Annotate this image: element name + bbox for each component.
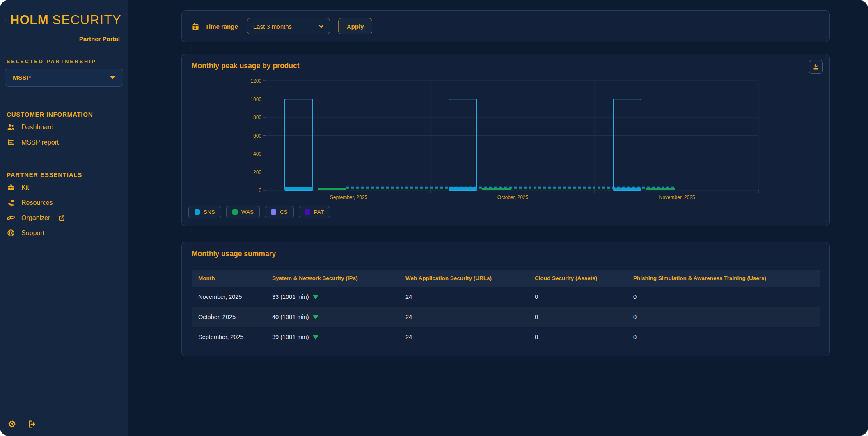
sidebar-item-label: Organizer (21, 214, 50, 222)
sidebar-item-label: Kit (21, 184, 29, 191)
cell-was: 24 (399, 307, 528, 327)
gear-icon (7, 420, 16, 429)
col-sns: System & Network Security (IPs) (266, 270, 399, 287)
cell-month: November, 2025 (192, 287, 266, 307)
download-icon (812, 63, 820, 71)
legend-label: WAS (241, 209, 254, 215)
legend-chip-SNS[interactable]: SNS (188, 206, 221, 218)
cell-pat: 0 (627, 307, 820, 327)
brand-name-holm: HOLM (10, 13, 48, 27)
col-was: Web Application Security (URLs) (399, 270, 528, 287)
report-icon (7, 138, 15, 147)
svg-text:1000: 1000 (250, 96, 261, 102)
time-range-toolbar: Time range Last 3 months Apply (181, 10, 830, 42)
sign-out-icon (27, 420, 37, 429)
col-cs: Cloud Security (Assets) (528, 270, 627, 287)
sidebar-item-label: Dashboard (21, 124, 53, 131)
kit-icon (7, 183, 15, 192)
cell-month: October, 2025 (192, 307, 266, 327)
download-chart-button[interactable] (809, 60, 823, 74)
apply-button[interactable]: Apply (338, 18, 373, 34)
partnership-select[interactable]: MSSP (5, 69, 123, 87)
time-range-value: Last 3 months (253, 23, 292, 30)
cell-cs: 0 (528, 287, 627, 307)
link-icon (7, 213, 15, 222)
svg-text:October, 2025: October, 2025 (497, 195, 529, 200)
legend-swatch (271, 209, 276, 215)
table-row: September, 2025 39 (1001 min) 24 0 0 (192, 327, 820, 347)
svg-text:September, 2025: September, 2025 (330, 195, 368, 200)
svg-text:800: 800 (253, 115, 261, 120)
sidebar-footer (0, 413, 128, 436)
cell-pat: 0 (627, 287, 820, 307)
sidebar-item-label: Support (21, 229, 44, 237)
resources-icon (7, 198, 15, 207)
legend-label: PAT (314, 209, 324, 215)
svg-text:November, 2025: November, 2025 (659, 195, 695, 200)
sidebar: DEMO HOLM SECURITY Partner Portal SELECT… (0, 0, 128, 436)
sidebar-item-label: Resources (21, 199, 53, 207)
partnership-label: SELECTED PARTNERSHIP (7, 59, 121, 64)
settings-button[interactable] (7, 420, 16, 429)
svg-text:400: 400 (253, 151, 261, 157)
col-month: Month (192, 270, 266, 287)
svg-text:600: 600 (253, 133, 261, 139)
legend-label: CS (280, 209, 288, 215)
legend-chip-CS[interactable]: CS (265, 206, 294, 218)
legend-swatch (232, 209, 238, 215)
table-row: October, 2025 40 (1001 min) 24 0 0 (192, 307, 820, 327)
trend-down-icon (313, 315, 318, 319)
cell-was: 24 (399, 327, 528, 347)
cell-pat: 0 (627, 327, 820, 347)
main-content: Time range Last 3 months Apply Monthly p… (128, 0, 868, 436)
time-range-label: Time range (205, 23, 238, 30)
sidebar-item-resources[interactable]: Resources (0, 195, 128, 210)
usage-bar-chart: 020040060080010001200September, 2025Octo… (188, 73, 823, 202)
caret-down-icon (110, 76, 115, 79)
cell-sns: 33 (1001 min) (266, 287, 399, 307)
sidebar-divider (5, 99, 123, 99)
cell-sns: 40 (1001 min) (266, 307, 399, 327)
chart-title: Monthly peak usage by product (192, 62, 820, 70)
brand-name: HOLM SECURITY (10, 14, 121, 26)
usage-table: Month System & Network Security (IPs) We… (192, 270, 820, 347)
sidebar-item-dashboard[interactable]: Dashboard (0, 119, 128, 135)
partnership-value: MSSP (13, 74, 31, 81)
footer-divider (5, 413, 123, 413)
sidebar-item-mssp-report[interactable]: MSSP report (0, 135, 128, 150)
table-header-row: Month System & Network Security (IPs) We… (192, 270, 820, 287)
time-range-select[interactable]: Last 3 months (247, 18, 330, 34)
trend-down-icon (313, 335, 318, 340)
col-pat: Phishing Simulation & Awareness Training… (627, 270, 820, 287)
legend-swatch (305, 209, 310, 215)
section-title-customer-information: CUSTOMER INFORMATION (7, 111, 121, 118)
sidebar-item-organizer[interactable]: Organizer (0, 210, 128, 225)
sidebar-item-label: MSSP report (21, 139, 59, 146)
sidebar-item-kit[interactable]: Kit (0, 180, 128, 195)
sign-out-button[interactable] (27, 420, 37, 429)
chart-card: Monthly peak usage by product 0200400600… (181, 54, 830, 226)
brand-logo: DEMO HOLM SECURITY (0, 0, 128, 34)
support-icon (7, 229, 15, 237)
svg-text:1200: 1200 (250, 78, 261, 84)
legend-label: SNS (204, 209, 215, 215)
legend-chip-WAS[interactable]: WAS (226, 206, 260, 218)
calendar-icon (192, 23, 199, 30)
sidebar-item-support[interactable]: Support (0, 225, 128, 241)
portal-subtitle: Partner Portal (0, 34, 128, 42)
table-title: Monthly usage summary (192, 250, 820, 258)
chevron-down-icon (318, 25, 324, 28)
chart-legend: SNSWASCSPAT (188, 206, 823, 218)
app-window: DEMO HOLM SECURITY Partner Portal SELECT… (0, 0, 868, 436)
cell-cs: 0 (528, 307, 627, 327)
section-title-partner-essentials: PARTNER ESSENTIALS (7, 171, 121, 178)
globe-demo-icon: DEMO (5, 5, 6, 34)
legend-chip-PAT[interactable]: PAT (299, 206, 330, 218)
trend-down-icon (313, 295, 318, 299)
table-row: November, 2025 33 (1001 min) 24 0 0 (192, 287, 820, 307)
external-link-icon (58, 214, 65, 222)
users-icon (7, 123, 15, 131)
legend-swatch (195, 209, 200, 215)
cell-sns: 39 (1001 min) (266, 327, 399, 347)
cell-month: September, 2025 (192, 327, 266, 347)
